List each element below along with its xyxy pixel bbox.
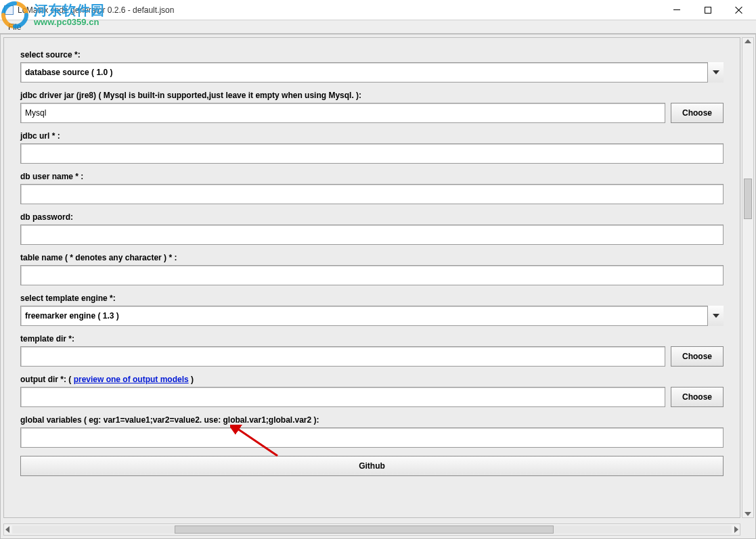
scroll-down-icon xyxy=(744,512,751,516)
menu-file[interactable]: File xyxy=(3,21,26,33)
chevron-down-icon xyxy=(707,306,724,326)
minimize-button[interactable] xyxy=(661,1,692,20)
maximize-icon xyxy=(705,7,711,14)
source-select[interactable]: database source ( 1.0 ) xyxy=(20,62,724,83)
source-select-value: database source ( 1.0 ) xyxy=(25,68,112,77)
field-table-name: table name ( * denotes any character ) *… xyxy=(20,253,724,285)
scroll-right-icon xyxy=(734,526,738,533)
scroll-track xyxy=(744,43,752,512)
label-select-engine: select template engine *: xyxy=(20,294,116,303)
preview-output-link[interactable]: preview one of output models xyxy=(74,375,189,384)
field-db-user: db user name * : xyxy=(20,172,724,204)
maximize-button[interactable] xyxy=(692,1,724,20)
label-jdbc-driver: jdbc driver jar (jre8) ( Mysql is built-… xyxy=(20,91,361,100)
label-db-user: db user name * : xyxy=(20,172,83,181)
db-password-input[interactable] xyxy=(20,225,724,245)
jdbc-url-input[interactable] xyxy=(20,143,724,164)
choose-template-dir-button[interactable]: Choose xyxy=(671,346,724,367)
field-db-password: db password: xyxy=(20,212,724,245)
template-dir-input[interactable] xyxy=(20,346,665,367)
choose-jdbc-driver-button[interactable]: Choose xyxy=(671,103,724,123)
jdbc-driver-input[interactable]: Mysql xyxy=(20,103,665,123)
field-global-vars: global variables ( eg: var1=value1;var2=… xyxy=(20,415,724,448)
title-bar: LcMatrix code generator 0.2.6 - default.… xyxy=(0,0,756,20)
label-global-vars: global variables ( eg: var1=value1;var2=… xyxy=(20,415,319,425)
label-output-dir: output dir *: ( preview one of output mo… xyxy=(20,375,194,384)
menu-bar: File xyxy=(0,20,756,34)
scroll-thumb[interactable] xyxy=(175,525,554,534)
db-user-input[interactable] xyxy=(20,184,724,204)
field-jdbc-driver: jdbc driver jar (jre8) ( Mysql is built-… xyxy=(20,91,724,123)
app-icon xyxy=(4,5,14,15)
scroll-left-icon xyxy=(5,526,9,533)
field-select-source: select source *: database source ( 1.0 ) xyxy=(20,50,724,83)
field-output-dir: output dir *: ( preview one of output mo… xyxy=(20,375,724,407)
label-jdbc-url: jdbc url * : xyxy=(20,131,60,141)
choose-output-dir-button[interactable]: Choose xyxy=(671,387,724,407)
engine-select[interactable]: freemarker engine ( 1.3 ) xyxy=(20,306,724,326)
engine-select-value: freemarker engine ( 1.3 ) xyxy=(25,311,119,321)
label-template-dir: template dir *: xyxy=(20,334,74,344)
global-vars-input[interactable] xyxy=(20,427,724,448)
label-select-source: select source *: xyxy=(20,50,81,60)
form-panel: select source *: database source ( 1.0 )… xyxy=(3,37,740,518)
vertical-scrollbar[interactable] xyxy=(742,37,754,518)
output-dir-input[interactable] xyxy=(20,387,665,407)
scroll-track xyxy=(12,525,732,534)
github-button[interactable]: Github xyxy=(20,456,724,476)
chevron-down-icon xyxy=(707,62,724,83)
field-template-dir: template dir *: Choose xyxy=(20,334,724,367)
minimize-icon xyxy=(673,9,680,10)
field-select-engine: select template engine *: freemarker eng… xyxy=(20,294,724,326)
client-area: select source *: database source ( 1.0 )… xyxy=(0,34,756,539)
scroll-thumb[interactable] xyxy=(744,179,752,219)
table-name-input[interactable] xyxy=(20,265,724,285)
horizontal-scrollbar[interactable] xyxy=(3,523,740,536)
close-icon xyxy=(735,6,743,14)
window-title: LcMatrix code generator 0.2.6 - default.… xyxy=(18,5,174,15)
close-button[interactable] xyxy=(724,1,755,20)
label-table-name: table name ( * denotes any character ) *… xyxy=(20,253,177,262)
field-jdbc-url: jdbc url * : xyxy=(20,131,724,164)
label-db-password: db password: xyxy=(20,212,73,222)
